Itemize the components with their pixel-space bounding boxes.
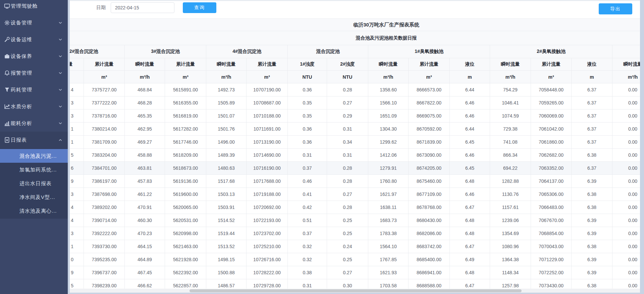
sidebar-item-label: 设备保养 (11, 53, 32, 60)
chevron-down-icon[interactable] (58, 37, 63, 42)
sidebar-item-9[interactable]: 日报表 (0, 132, 68, 148)
table-cell: 0.32 (288, 253, 327, 266)
sidebar-item-3[interactable]: 设备运维 (0, 31, 68, 48)
query-button[interactable]: 查询 (183, 2, 216, 13)
table-cell: 468.84 (125, 83, 165, 96)
table-cell: 462.95 (125, 123, 165, 136)
table-cell: 9 (70, 266, 84, 279)
sidebar-item-label: 水质分析 (11, 103, 32, 110)
sidebar-item-5[interactable]: 报警管理 (0, 65, 68, 81)
table-cell: 0.31 (327, 123, 368, 136)
sidebar-subitem-5[interactable]: 清水池及离心... (0, 204, 68, 218)
table-cell: 1503.91 (206, 201, 247, 214)
table-cell: 6.46 (450, 188, 490, 201)
table-cell: 465.35 (125, 109, 165, 123)
chevron-down-icon[interactable] (58, 87, 63, 92)
table-cell: 1638.11 (368, 201, 409, 214)
table-cell: 7378716.00 (84, 109, 125, 123)
table-cell: 6.48 (450, 227, 490, 240)
table-cell: 0.00 (612, 162, 640, 175)
table-cell: 7072252.00 (531, 266, 572, 279)
sidebar-item-8[interactable]: 能耗分析 (0, 115, 68, 132)
chevron-down-icon[interactable] (58, 121, 63, 126)
line-chart-icon (4, 103, 10, 109)
table-cell: 1480.63 (206, 162, 247, 175)
table-cell: 7377222.00 (84, 96, 125, 109)
table-cell: 6.37 (572, 96, 612, 109)
column-header: 瞬时流量 (70, 58, 84, 71)
table-cell: 6.37 (572, 83, 612, 96)
table-cell: 8682086.00 (409, 227, 450, 240)
table-cell: 460.30 (125, 214, 165, 227)
table-cell: 0.00 (612, 266, 640, 279)
table-cell: 6.39 (572, 214, 612, 227)
horizontal-scrollbar-track[interactable] (70, 289, 640, 293)
table-cell: 6.48 (450, 266, 490, 279)
table-row: 07395235.00464.895621928.001498.15107267… (70, 253, 640, 266)
table-cell: 5 (70, 149, 84, 162)
table-cell: 5619136.00 (165, 175, 206, 188)
column-header: 2#浊度 (327, 58, 368, 71)
table-cell: 5620531.00 (165, 214, 206, 227)
table-cell: 0.00 (612, 149, 640, 162)
sidebar-item-2[interactable]: 设备管理 (0, 14, 68, 31)
table-cell: 5617746.00 (165, 136, 206, 149)
table-cell: 7060069.00 (531, 109, 572, 123)
table-cell: 6.46 (450, 96, 490, 109)
column-unit: m³ (531, 71, 572, 83)
chevron-up-icon[interactable] (58, 138, 63, 142)
table-cell: 866.34 (490, 149, 531, 162)
chevron-down-icon[interactable] (58, 20, 63, 25)
table-cell: 10713190.00 (247, 136, 288, 149)
sidebar-item-6[interactable]: 药耗管理 (0, 81, 68, 98)
horizontal-scrollbar-thumb[interactable] (190, 289, 522, 292)
table-cell: 0.29 (327, 109, 368, 123)
table-cell: 7380214.00 (84, 123, 125, 136)
table-cell: 1566.10 (368, 96, 409, 109)
table-cell: 0.27 (327, 188, 368, 201)
column-header: 1#浊度 (288, 58, 327, 71)
table-cell: 7059265.00 (531, 96, 572, 109)
table-cell: 7392222.00 (84, 227, 125, 240)
column-header: 累计流量 (247, 58, 288, 71)
table-cell: 1513.52 (206, 240, 247, 253)
table-row: 57383204.00458.885618209.001489.39107146… (70, 149, 640, 162)
sidebar-subitem-1[interactable]: 混合池及污泥... (0, 149, 68, 163)
table-cell: 10723702.00 (247, 227, 288, 240)
table-cell: 7395235.00 (84, 253, 125, 266)
table-cell: 0 (70, 253, 84, 266)
table-cell: 0.27 (327, 266, 368, 279)
table-cell: 5620065.00 (165, 201, 206, 214)
sidebar-subitem-2[interactable]: 加氯加药系统... (0, 163, 68, 176)
table-cell: 10710188.00 (247, 109, 288, 123)
table-cell: 0.36 (288, 136, 327, 149)
chevron-down-icon[interactable] (58, 104, 63, 109)
table-row: 37377222.00468.285616355.001505.89107086… (70, 96, 640, 109)
export-button[interactable]: 导出 (599, 3, 632, 14)
sidebar-subitem-4[interactable]: 净水间及V型... (0, 190, 68, 204)
group-header: 1#臭氧接触池 (368, 45, 490, 58)
chevron-down-icon[interactable] (58, 71, 63, 75)
report-body: 47375727.00468.845615891.001492.73107071… (70, 83, 640, 292)
table-cell: 1279.91 (368, 162, 409, 175)
chevron-down-icon[interactable] (58, 54, 63, 59)
table-cell: 3 (70, 109, 84, 123)
table-cell: 6.37 (572, 136, 612, 149)
sidebar-item-1[interactable]: 管理驾驶舱 (0, 0, 68, 14)
table-cell: 1505.89 (206, 96, 247, 109)
column-header: 瞬时流量 (612, 58, 640, 71)
sidebar-item-7[interactable]: 水质分析 (0, 98, 68, 115)
table-cell: 1299.62 (368, 136, 409, 149)
table-cell: 6.37 (572, 162, 612, 175)
table-cell: 0.35 (288, 109, 327, 123)
date-label: 日期 (96, 0, 106, 15)
sidebar-item-4[interactable]: 设备保养 (0, 48, 68, 65)
table-cell: 10711691.00 (247, 123, 288, 136)
table-cell: 1239.06 (490, 214, 531, 227)
sidebar-subitem-3[interactable]: 进出水日报表 (0, 176, 68, 190)
table-cell: 463.81 (125, 162, 165, 175)
table-cell: 468.28 (125, 96, 165, 109)
table-cell: 1514.52 (206, 214, 247, 227)
table-cell: 6.44 (450, 83, 490, 96)
date-input[interactable] (111, 2, 174, 13)
